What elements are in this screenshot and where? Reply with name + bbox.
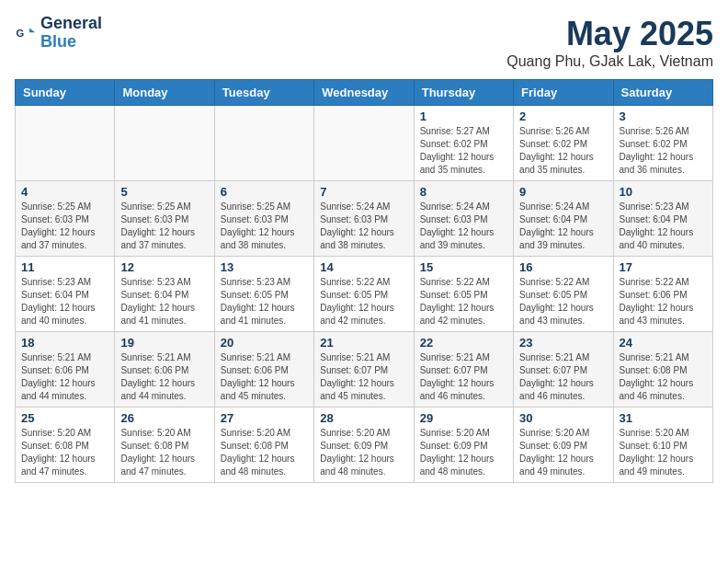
title-section: May 2025 Quang Phu, GJak Lak, Vietnam xyxy=(506,15,713,70)
day-info: Sunrise: 5:26 AMSunset: 6:02 PMDaylight:… xyxy=(620,125,707,177)
calendar-day-cell: 25Sunrise: 5:20 AMSunset: 6:08 PMDayligh… xyxy=(16,408,115,483)
calendar-day-cell: 24Sunrise: 5:21 AMSunset: 6:08 PMDayligh… xyxy=(613,332,712,408)
calendar-week-row: 4Sunrise: 5:25 AMSunset: 6:03 PMDaylight… xyxy=(16,181,713,257)
day-info: Sunrise: 5:25 AMSunset: 6:03 PMDaylight:… xyxy=(21,201,108,252)
calendar-day-cell: 8Sunrise: 5:24 AMSunset: 6:03 PMDaylight… xyxy=(414,181,513,257)
day-number: 20 xyxy=(221,336,308,350)
weekday-header: Saturday xyxy=(613,80,712,106)
day-number: 18 xyxy=(21,336,108,350)
calendar-day-cell: 29Sunrise: 5:20 AMSunset: 6:09 PMDayligh… xyxy=(414,408,513,483)
day-info: Sunrise: 5:20 AMSunset: 6:08 PMDaylight:… xyxy=(221,427,308,478)
day-number: 19 xyxy=(120,336,208,350)
calendar-day-cell: 14Sunrise: 5:22 AMSunset: 6:05 PMDayligh… xyxy=(314,257,414,332)
calendar-day-cell: 13Sunrise: 5:23 AMSunset: 6:05 PMDayligh… xyxy=(214,257,313,332)
calendar-week-row: 18Sunrise: 5:21 AMSunset: 6:06 PMDayligh… xyxy=(16,332,713,408)
svg-marker-1 xyxy=(29,28,35,32)
calendar-day-cell: 21Sunrise: 5:21 AMSunset: 6:07 PMDayligh… xyxy=(314,332,414,408)
day-number: 6 xyxy=(221,185,308,199)
calendar-day-cell: 23Sunrise: 5:21 AMSunset: 6:07 PMDayligh… xyxy=(514,332,613,408)
day-number: 15 xyxy=(420,260,507,274)
calendar-day-cell: 22Sunrise: 5:21 AMSunset: 6:07 PMDayligh… xyxy=(414,332,513,408)
day-number: 30 xyxy=(519,411,607,425)
day-number: 21 xyxy=(320,336,407,350)
calendar-day-cell: 4Sunrise: 5:25 AMSunset: 6:03 PMDaylight… xyxy=(16,181,115,257)
day-info: Sunrise: 5:20 AMSunset: 6:09 PMDaylight:… xyxy=(519,427,607,478)
day-info: Sunrise: 5:20 AMSunset: 6:09 PMDaylight:… xyxy=(320,427,407,478)
calendar-day-cell: 7Sunrise: 5:24 AMSunset: 6:03 PMDaylight… xyxy=(314,181,414,257)
weekday-header: Sunday xyxy=(16,80,115,106)
day-info: Sunrise: 5:23 AMSunset: 6:04 PMDaylight:… xyxy=(120,276,208,327)
day-info: Sunrise: 5:23 AMSunset: 6:04 PMDaylight:… xyxy=(620,201,707,252)
calendar-day-cell: 26Sunrise: 5:20 AMSunset: 6:08 PMDayligh… xyxy=(115,408,214,483)
calendar-week-row: 25Sunrise: 5:20 AMSunset: 6:08 PMDayligh… xyxy=(16,408,713,483)
day-info: Sunrise: 5:21 AMSunset: 6:06 PMDaylight:… xyxy=(221,351,308,403)
day-number: 4 xyxy=(21,185,108,199)
calendar-day-cell: 6Sunrise: 5:25 AMSunset: 6:03 PMDaylight… xyxy=(214,181,313,257)
main-title: May 2025 xyxy=(506,15,713,53)
day-number: 12 xyxy=(120,260,208,274)
day-info: Sunrise: 5:21 AMSunset: 6:08 PMDaylight:… xyxy=(620,351,707,403)
day-number: 3 xyxy=(620,109,707,123)
calendar-day-cell: 31Sunrise: 5:20 AMSunset: 6:10 PMDayligh… xyxy=(613,408,712,483)
day-number: 13 xyxy=(221,260,308,274)
subtitle: Quang Phu, GJak Lak, Vietnam xyxy=(506,53,713,70)
day-number: 2 xyxy=(519,109,607,123)
logo-text: General Blue xyxy=(40,15,102,52)
calendar-day-cell: 20Sunrise: 5:21 AMSunset: 6:06 PMDayligh… xyxy=(214,332,313,408)
day-number: 10 xyxy=(620,185,707,199)
day-number: 8 xyxy=(420,185,507,199)
day-number: 23 xyxy=(519,336,607,350)
calendar-day-cell: 18Sunrise: 5:21 AMSunset: 6:06 PMDayligh… xyxy=(16,332,115,408)
day-number: 11 xyxy=(21,260,108,274)
calendar-day-cell: 17Sunrise: 5:22 AMSunset: 6:06 PMDayligh… xyxy=(613,257,712,332)
calendar-day-cell: 16Sunrise: 5:22 AMSunset: 6:05 PMDayligh… xyxy=(514,257,613,332)
calendar-day-cell xyxy=(16,106,115,181)
day-info: Sunrise: 5:27 AMSunset: 6:02 PMDaylight:… xyxy=(420,125,507,177)
day-number: 22 xyxy=(420,336,507,350)
calendar-day-cell xyxy=(214,106,313,181)
day-number: 7 xyxy=(320,185,407,199)
day-number: 24 xyxy=(620,336,707,350)
day-info: Sunrise: 5:22 AMSunset: 6:05 PMDaylight:… xyxy=(519,276,607,327)
day-number: 25 xyxy=(21,411,108,425)
day-info: Sunrise: 5:22 AMSunset: 6:06 PMDaylight:… xyxy=(620,276,707,327)
calendar-day-cell: 10Sunrise: 5:23 AMSunset: 6:04 PMDayligh… xyxy=(613,181,712,257)
calendar-week-row: 11Sunrise: 5:23 AMSunset: 6:04 PMDayligh… xyxy=(16,257,713,332)
day-number: 29 xyxy=(420,411,507,425)
day-info: Sunrise: 5:22 AMSunset: 6:05 PMDaylight:… xyxy=(320,276,407,327)
day-info: Sunrise: 5:20 AMSunset: 6:08 PMDaylight:… xyxy=(21,427,108,478)
calendar-day-cell: 27Sunrise: 5:20 AMSunset: 6:08 PMDayligh… xyxy=(214,408,313,483)
day-info: Sunrise: 5:21 AMSunset: 6:07 PMDaylight:… xyxy=(420,351,507,403)
calendar-day-cell: 28Sunrise: 5:20 AMSunset: 6:09 PMDayligh… xyxy=(314,408,414,483)
calendar-day-cell xyxy=(314,106,414,181)
calendar-table: SundayMondayTuesdayWednesdayThursdayFrid… xyxy=(15,79,713,483)
day-info: Sunrise: 5:21 AMSunset: 6:07 PMDaylight:… xyxy=(519,351,607,403)
weekday-header: Thursday xyxy=(414,80,513,106)
logo-icon: G xyxy=(15,22,37,44)
day-number: 9 xyxy=(519,185,607,199)
day-info: Sunrise: 5:20 AMSunset: 6:09 PMDaylight:… xyxy=(420,427,507,478)
day-number: 17 xyxy=(620,260,707,274)
calendar-week-row: 1Sunrise: 5:27 AMSunset: 6:02 PMDaylight… xyxy=(16,106,713,181)
day-info: Sunrise: 5:26 AMSunset: 6:02 PMDaylight:… xyxy=(519,125,607,177)
day-info: Sunrise: 5:21 AMSunset: 6:06 PMDaylight:… xyxy=(120,351,208,403)
day-number: 16 xyxy=(519,260,607,274)
day-number: 5 xyxy=(120,185,208,199)
weekday-header: Friday xyxy=(514,80,613,106)
day-number: 28 xyxy=(320,411,407,425)
calendar-day-cell xyxy=(115,106,214,181)
calendar-day-cell: 9Sunrise: 5:24 AMSunset: 6:04 PMDaylight… xyxy=(514,181,613,257)
calendar-day-cell: 19Sunrise: 5:21 AMSunset: 6:06 PMDayligh… xyxy=(115,332,214,408)
day-info: Sunrise: 5:22 AMSunset: 6:05 PMDaylight:… xyxy=(420,276,507,327)
calendar-day-cell: 5Sunrise: 5:25 AMSunset: 6:03 PMDaylight… xyxy=(115,181,214,257)
calendar-day-cell: 11Sunrise: 5:23 AMSunset: 6:04 PMDayligh… xyxy=(16,257,115,332)
day-info: Sunrise: 5:20 AMSunset: 6:08 PMDaylight:… xyxy=(120,427,208,478)
day-info: Sunrise: 5:21 AMSunset: 6:06 PMDaylight:… xyxy=(21,351,108,403)
calendar-day-cell: 30Sunrise: 5:20 AMSunset: 6:09 PMDayligh… xyxy=(514,408,613,483)
calendar-day-cell: 1Sunrise: 5:27 AMSunset: 6:02 PMDaylight… xyxy=(414,106,513,181)
weekday-header: Wednesday xyxy=(314,80,414,106)
day-info: Sunrise: 5:25 AMSunset: 6:03 PMDaylight:… xyxy=(221,201,308,252)
calendar-day-cell: 15Sunrise: 5:22 AMSunset: 6:05 PMDayligh… xyxy=(414,257,513,332)
day-info: Sunrise: 5:21 AMSunset: 6:07 PMDaylight:… xyxy=(320,351,407,403)
day-info: Sunrise: 5:24 AMSunset: 6:04 PMDaylight:… xyxy=(519,201,607,252)
